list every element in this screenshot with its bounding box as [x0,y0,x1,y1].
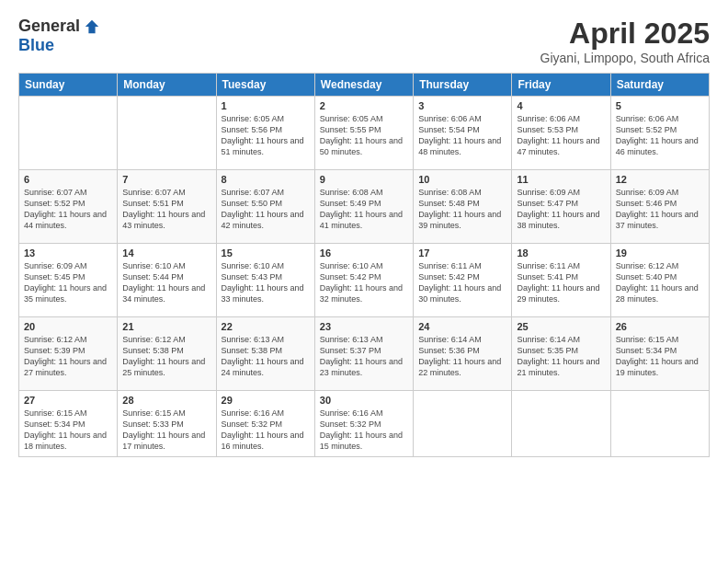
day-info: Sunrise: 6:12 AM Sunset: 5:39 PM Dayligh… [24,334,112,379]
day-info: Sunrise: 6:16 AM Sunset: 5:32 PM Dayligh… [222,408,310,453]
day-number: 14 [122,247,210,259]
calendar: SundayMondayTuesdayWednesdayThursdayFrid… [18,73,710,457]
subtitle: Giyani, Limpopo, South Africa [540,51,710,65]
day-number: 8 [222,174,310,185]
calendar-week-3: 13Sunrise: 6:09 AM Sunset: 5:45 PM Dayli… [19,244,710,317]
day-info: Sunrise: 6:09 AM Sunset: 5:47 PM Dayligh… [517,187,605,232]
day-info: Sunrise: 6:15 AM Sunset: 5:34 PM Dayligh… [616,334,704,379]
calendar-cell: 26Sunrise: 6:15 AM Sunset: 5:34 PM Dayli… [610,317,709,391]
calendar-cell: 18Sunrise: 6:11 AM Sunset: 5:41 PM Dayli… [512,244,610,317]
calendar-cell: 23Sunrise: 6:13 AM Sunset: 5:37 PM Dayli… [314,317,413,391]
day-number: 30 [320,395,408,406]
calendar-cell: 19Sunrise: 6:12 AM Sunset: 5:40 PM Dayli… [610,244,709,317]
svg-marker-0 [85,19,98,32]
calendar-week-4: 20Sunrise: 6:12 AM Sunset: 5:39 PM Dayli… [19,317,710,391]
day-info: Sunrise: 6:15 AM Sunset: 5:33 PM Dayligh… [122,408,210,453]
logo-general-text: General [18,17,80,36]
logo-blue-text: Blue [18,36,54,55]
calendar-cell: 29Sunrise: 6:16 AM Sunset: 5:32 PM Dayli… [216,391,314,457]
day-info: Sunrise: 6:06 AM Sunset: 5:54 PM Dayligh… [418,113,506,158]
calendar-cell: 25Sunrise: 6:14 AM Sunset: 5:35 PM Dayli… [512,317,610,391]
calendar-cell: 24Sunrise: 6:14 AM Sunset: 5:36 PM Dayli… [414,317,512,391]
calendar-cell: 21Sunrise: 6:12 AM Sunset: 5:38 PM Dayli… [118,317,216,391]
page: General Blue April 2025 Giyani, Limpopo,… [0,0,728,563]
day-info: Sunrise: 6:09 AM Sunset: 5:46 PM Dayligh… [616,187,704,232]
day-number: 5 [616,100,704,111]
calendar-cell: 16Sunrise: 6:10 AM Sunset: 5:42 PM Dayli… [314,244,413,317]
calendar-cell: 20Sunrise: 6:12 AM Sunset: 5:39 PM Dayli… [19,317,118,391]
day-info: Sunrise: 6:10 AM Sunset: 5:44 PM Dayligh… [122,260,210,305]
calendar-header-thursday: Thursday [414,74,512,97]
logo-icon [84,18,100,35]
day-number: 25 [517,321,605,332]
calendar-cell: 2Sunrise: 6:05 AM Sunset: 5:55 PM Daylig… [314,97,413,170]
calendar-cell [414,391,512,457]
day-info: Sunrise: 6:14 AM Sunset: 5:35 PM Dayligh… [517,334,605,379]
calendar-header-sunday: Sunday [19,74,118,97]
day-number: 29 [222,395,310,406]
calendar-cell: 3Sunrise: 6:06 AM Sunset: 5:54 PM Daylig… [414,97,512,170]
day-info: Sunrise: 6:07 AM Sunset: 5:50 PM Dayligh… [222,187,310,232]
calendar-header-saturday: Saturday [610,74,709,97]
calendar-week-5: 27Sunrise: 6:15 AM Sunset: 5:34 PM Dayli… [19,391,710,457]
day-number: 27 [24,395,112,406]
day-info: Sunrise: 6:15 AM Sunset: 5:34 PM Dayligh… [24,408,112,453]
day-number: 17 [418,247,506,259]
day-number: 22 [222,321,310,332]
day-number: 28 [122,395,210,406]
day-info: Sunrise: 6:16 AM Sunset: 5:32 PM Dayligh… [320,408,408,453]
day-number: 11 [517,174,605,185]
day-info: Sunrise: 6:05 AM Sunset: 5:56 PM Dayligh… [222,113,310,158]
day-number: 16 [320,247,408,259]
calendar-cell: 22Sunrise: 6:13 AM Sunset: 5:38 PM Dayli… [216,317,314,391]
day-info: Sunrise: 6:08 AM Sunset: 5:49 PM Dayligh… [320,187,408,232]
day-number: 10 [418,174,506,185]
day-info: Sunrise: 6:12 AM Sunset: 5:40 PM Dayligh… [616,260,704,305]
logo: General Blue [18,17,100,55]
header: General Blue April 2025 Giyani, Limpopo,… [18,17,710,65]
calendar-header-friday: Friday [512,74,610,97]
day-info: Sunrise: 6:07 AM Sunset: 5:52 PM Dayligh… [24,187,112,232]
calendar-header-tuesday: Tuesday [216,74,314,97]
day-info: Sunrise: 6:12 AM Sunset: 5:38 PM Dayligh… [122,334,210,379]
day-info: Sunrise: 6:10 AM Sunset: 5:42 PM Dayligh… [320,260,408,305]
calendar-header-wednesday: Wednesday [314,74,413,97]
day-number: 24 [418,321,506,332]
day-info: Sunrise: 6:09 AM Sunset: 5:45 PM Dayligh… [24,260,112,305]
day-number: 13 [24,247,112,259]
calendar-cell: 5Sunrise: 6:06 AM Sunset: 5:52 PM Daylig… [610,97,709,170]
calendar-cell: 4Sunrise: 6:06 AM Sunset: 5:53 PM Daylig… [512,97,610,170]
day-info: Sunrise: 6:11 AM Sunset: 5:42 PM Dayligh… [418,260,506,305]
calendar-cell: 17Sunrise: 6:11 AM Sunset: 5:42 PM Dayli… [414,244,512,317]
day-number: 21 [122,321,210,332]
calendar-cell [610,391,709,457]
calendar-cell: 10Sunrise: 6:08 AM Sunset: 5:48 PM Dayli… [414,170,512,244]
calendar-cell: 28Sunrise: 6:15 AM Sunset: 5:33 PM Dayli… [118,391,216,457]
day-number: 18 [517,247,605,259]
day-number: 3 [418,100,506,111]
calendar-cell [512,391,610,457]
day-number: 19 [616,247,704,259]
calendar-cell: 12Sunrise: 6:09 AM Sunset: 5:46 PM Dayli… [610,170,709,244]
calendar-cell: 27Sunrise: 6:15 AM Sunset: 5:34 PM Dayli… [19,391,118,457]
title-section: April 2025 Giyani, Limpopo, South Africa [540,17,710,65]
calendar-cell: 13Sunrise: 6:09 AM Sunset: 5:45 PM Dayli… [19,244,118,317]
day-number: 4 [517,100,605,111]
day-info: Sunrise: 6:10 AM Sunset: 5:43 PM Dayligh… [222,260,310,305]
calendar-header-monday: Monday [118,74,216,97]
day-number: 9 [320,174,408,185]
day-number: 6 [24,174,112,185]
day-number: 12 [616,174,704,185]
day-info: Sunrise: 6:07 AM Sunset: 5:51 PM Dayligh… [122,187,210,232]
day-info: Sunrise: 6:13 AM Sunset: 5:37 PM Dayligh… [320,334,408,379]
day-info: Sunrise: 6:06 AM Sunset: 5:52 PM Dayligh… [616,113,704,158]
calendar-cell: 11Sunrise: 6:09 AM Sunset: 5:47 PM Dayli… [512,170,610,244]
day-info: Sunrise: 6:11 AM Sunset: 5:41 PM Dayligh… [517,260,605,305]
day-info: Sunrise: 6:06 AM Sunset: 5:53 PM Dayligh… [517,113,605,158]
day-info: Sunrise: 6:05 AM Sunset: 5:55 PM Dayligh… [320,113,408,158]
calendar-header-row: SundayMondayTuesdayWednesdayThursdayFrid… [19,74,710,97]
calendar-cell: 9Sunrise: 6:08 AM Sunset: 5:49 PM Daylig… [314,170,413,244]
calendar-cell: 30Sunrise: 6:16 AM Sunset: 5:32 PM Dayli… [314,391,413,457]
calendar-cell: 6Sunrise: 6:07 AM Sunset: 5:52 PM Daylig… [19,170,118,244]
main-title: April 2025 [540,17,710,51]
